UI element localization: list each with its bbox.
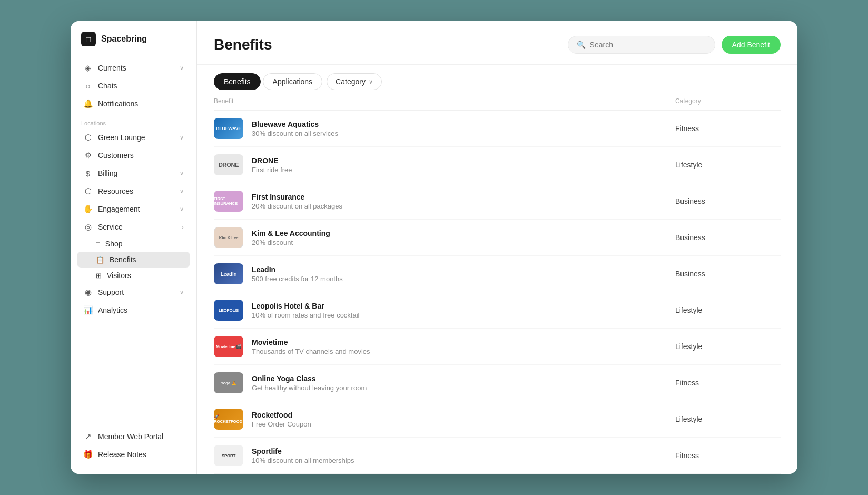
benefit-logo: BLUEWAVE <box>214 118 243 139</box>
benefit-name: Online Yoga Class <box>252 374 367 383</box>
sidebar-item-location[interactable]: ⬡ Green Lounge ∨ <box>77 128 190 146</box>
header-actions: 🔍 Add Benefit <box>568 36 781 54</box>
billing-icon: $ <box>83 169 93 178</box>
sidebar-subitem-visitors[interactable]: ⊞ Visitors <box>77 268 190 283</box>
table-row[interactable]: LEOPOLIS Leopolis Hotel & Bar 10% of roo… <box>214 292 781 329</box>
sidebar-top-section: ◈ Currents ∨ ○ Chats 🔔 Notifications <box>71 59 196 113</box>
add-benefit-button[interactable]: Add Benefit <box>722 36 781 54</box>
visitors-icon: ⊞ <box>96 272 102 280</box>
customers-label: Customers <box>98 151 134 160</box>
sidebar-item-member-portal[interactable]: ↗ Member Web Portal <box>77 428 190 445</box>
benefit-info: Rocketfood Free Order Coupon <box>252 411 311 428</box>
benefit-info: Movietime Thousands of TV channels and m… <box>252 338 370 355</box>
currents-icon: ◈ <box>83 63 93 73</box>
category-cell: Lifestyle <box>675 342 781 351</box>
tabs-area: Benefits Applications Category ∨ <box>197 65 797 90</box>
benefit-logo: Yoga 🧘 <box>214 372 243 393</box>
bell-icon: 🔔 <box>83 99 93 108</box>
chevron-down-icon: ∨ <box>369 78 373 85</box>
benefit-cell: LEOPOLIS Leopolis Hotel & Bar 10% of roo… <box>214 300 675 321</box>
resources-label: Resources <box>98 187 133 195</box>
sidebar-item-resources[interactable]: ⬡ Resources ∨ <box>77 182 190 200</box>
benefit-info: Sportlife 10% discount on all membership… <box>252 447 354 464</box>
benefit-logo: Kim & Lee <box>214 227 243 248</box>
sidebar-item-customers[interactable]: ⚙ Customers <box>77 146 190 164</box>
benefit-cell: FIRST INSURANCE First Insurance 20% disc… <box>214 191 675 212</box>
support-icon: ◉ <box>83 288 93 297</box>
search-icon: 🔍 <box>577 41 586 49</box>
visitors-label: Visitors <box>107 271 131 280</box>
benefit-logo: LeadIn <box>214 263 243 284</box>
sidebar-item-engagement[interactable]: ✋ Engagement ∨ <box>77 200 190 218</box>
sidebar-subitem-shop[interactable]: □ Shop <box>77 236 190 252</box>
col-category-header: Category <box>675 97 781 105</box>
gift-icon: 🎁 <box>83 450 93 459</box>
analytics-icon: 📊 <box>83 305 93 315</box>
chevron-down-icon: ∨ <box>180 65 184 72</box>
chevron-down-icon: ∨ <box>180 170 184 177</box>
benefit-name: LeadIn <box>252 265 343 274</box>
shop-icon: □ <box>96 240 100 248</box>
sidebar-item-release-notes[interactable]: 🎁 Release Notes <box>77 445 190 463</box>
benefit-info: DRONE First ride free <box>252 156 292 174</box>
release-notes-label: Release Notes <box>98 450 146 459</box>
chats-label: Chats <box>98 82 117 90</box>
chevron-right-icon: › <box>182 224 184 230</box>
sidebar-item-chats[interactable]: ○ Chats <box>77 77 190 95</box>
table-row[interactable]: 🚀 ROCKETFOOD Rocketfood Free Order Coupo… <box>214 401 781 438</box>
table-row[interactable]: BLUEWAVE Bluewave Aquatics 30% discount … <box>214 111 781 147</box>
benefit-info: Bluewave Aquatics 30% discount on all se… <box>252 120 338 137</box>
category-cell: Business <box>675 197 781 205</box>
sidebar-item-billing[interactable]: $ Billing ∨ <box>77 164 190 182</box>
location-name: Green Lounge <box>98 133 145 142</box>
billing-label: Billing <box>98 169 117 177</box>
service-label: Service <box>98 223 123 231</box>
benefit-name: Bluewave Aquatics <box>252 120 338 128</box>
table-row[interactable]: Movietime 🎬 Movietime Thousands of TV ch… <box>214 329 781 365</box>
category-label: Category <box>336 77 366 86</box>
chevron-down-icon: ∨ <box>180 206 184 213</box>
chevron-down-icon: ∨ <box>180 188 184 195</box>
chevron-down-icon: ∨ <box>180 289 184 296</box>
benefit-logo: LEOPOLIS <box>214 300 243 321</box>
benefit-cell: LeadIn LeadIn 500 free credits for 12 mo… <box>214 263 675 284</box>
search-box[interactable]: 🔍 <box>568 36 715 54</box>
shop-label: Shop <box>105 240 123 248</box>
table-row[interactable]: Kim & Lee Kim & Lee Accounting 20% disco… <box>214 220 781 256</box>
sidebar-item-notifications[interactable]: 🔔 Notifications <box>77 95 190 113</box>
table-row[interactable]: Yoga 🧘 Online Yoga Class Get healthy wit… <box>214 365 781 401</box>
benefit-cell: DRONE DRONE First ride free <box>214 154 675 175</box>
benefit-name: Kim & Lee Accounting <box>252 229 330 237</box>
tab-applications[interactable]: Applications <box>263 73 323 90</box>
table-row[interactable]: DRONE DRONE First ride free Lifestyle <box>214 147 781 183</box>
sidebar-item-currents[interactable]: ◈ Currents ∨ <box>77 59 190 77</box>
benefit-logo: 🚀 ROCKETFOOD <box>214 409 243 430</box>
sidebar-item-support[interactable]: ◉ Support ∨ <box>77 283 190 301</box>
table-row[interactable]: SPORT Sportlife 10% discount on all memb… <box>214 438 781 474</box>
sidebar-item-service[interactable]: ◎ Service › <box>77 218 190 236</box>
benefit-cell: Movietime 🎬 Movietime Thousands of TV ch… <box>214 336 675 357</box>
table-row[interactable]: FIRST INSURANCE First Insurance 20% disc… <box>214 183 781 220</box>
benefits-table: Benefit Category BLUEWAVE Bluewave Aquat… <box>197 90 797 474</box>
logo-area: ◻ Spacebring <box>71 32 196 59</box>
benefit-logo: SPORT <box>214 445 243 466</box>
search-input[interactable] <box>590 41 706 49</box>
table-row[interactable]: LeadIn LeadIn 500 free credits for 12 mo… <box>214 256 781 292</box>
sidebar-item-analytics[interactable]: 📊 Analytics <box>77 301 190 319</box>
engagement-label: Engagement <box>98 205 140 213</box>
col-benefit-header: Benefit <box>214 97 675 105</box>
benefit-description: 500 free credits for 12 months <box>252 275 343 283</box>
category-cell: Lifestyle <box>675 415 781 423</box>
category-dropdown[interactable]: Category ∨ <box>327 73 382 90</box>
app-logo-icon: ◻ <box>81 32 96 46</box>
sidebar-subitem-benefits[interactable]: 📋 Benefits <box>77 252 190 268</box>
benefit-cell: SPORT Sportlife 10% discount on all memb… <box>214 445 675 466</box>
engagement-icon: ✋ <box>83 204 93 214</box>
benefit-description: Get healthy without leaving your room <box>252 384 367 392</box>
external-link-icon: ↗ <box>83 432 93 441</box>
benefit-info: Kim & Lee Accounting 20% discount <box>252 229 330 246</box>
benefit-info: LeadIn 500 free credits for 12 months <box>252 265 343 283</box>
tab-benefits[interactable]: Benefits <box>214 73 261 90</box>
benefit-info: Leopolis Hotel & Bar 10% of room rates a… <box>252 302 360 319</box>
chevron-down-icon: ∨ <box>180 134 184 141</box>
